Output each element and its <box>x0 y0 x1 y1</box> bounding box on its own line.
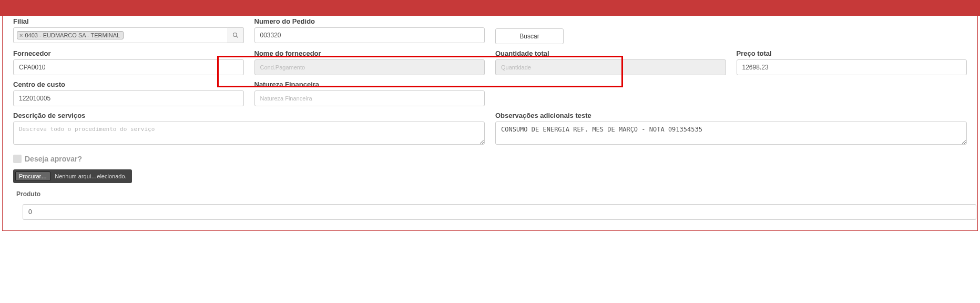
field-centro-custo: Centro de custo <box>13 80 244 106</box>
filial-remove-icon[interactable]: × <box>19 32 23 38</box>
field-filial: Filial × 0403 - EUDMARCO SA - TERMINAL <box>13 17 244 44</box>
spacer-row3b <box>737 80 967 106</box>
produto-input[interactable] <box>23 204 976 220</box>
top-bar <box>0 0 980 16</box>
preco-total-input[interactable] <box>737 59 967 75</box>
form-panel: Filial × 0403 - EUDMARCO SA - TERMINAL <box>2 16 978 231</box>
procurar-button[interactable]: Procurar… <box>15 171 50 181</box>
label-numero-pedido: Numero do Pedido <box>254 17 485 25</box>
filial-select[interactable]: × 0403 - EUDMARCO SA - TERMINAL <box>13 27 228 43</box>
numero-pedido-input[interactable] <box>254 27 485 43</box>
descricao-servicos-textarea[interactable] <box>13 122 485 145</box>
buscar-button[interactable]: Buscar <box>495 28 564 44</box>
field-natureza-financeira: Natureza Financeira <box>254 80 485 106</box>
field-quantidade-total: Quantidade total <box>495 49 726 75</box>
aprovar-row: Deseja aprovar? <box>13 155 967 163</box>
label-descricao-servicos: Descrição de serviços <box>13 112 485 119</box>
label-natureza-financeira: Natureza Financeira <box>254 80 485 88</box>
field-buscar: Buscar <box>495 17 726 44</box>
observacoes-textarea[interactable] <box>495 122 967 145</box>
label-centro-custo: Centro de custo <box>13 80 244 88</box>
produto-section: Produto <box>13 190 967 220</box>
field-fornecedor: Fornecedor <box>13 49 244 75</box>
field-numero-pedido: Numero do Pedido <box>254 17 485 44</box>
file-status-text: Nenhum arqui…elecionado. <box>55 173 129 179</box>
field-observacoes: Observações adicionais teste <box>495 112 967 146</box>
filial-tag[interactable]: × 0403 - EUDMARCO SA - TERMINAL <box>17 31 124 39</box>
field-nome-fornecedor: Nome do fornecedor <box>254 49 485 75</box>
label-preco-total: Preço total <box>737 49 967 57</box>
label-aprovar: Deseja aprovar? <box>25 155 82 163</box>
label-quantidade-total: Quantidade total <box>495 49 726 57</box>
spacer-row1 <box>737 17 967 44</box>
centro-custo-input[interactable] <box>13 90 244 106</box>
nome-fornecedor-input[interactable] <box>254 59 485 75</box>
fornecedor-input[interactable] <box>13 59 244 75</box>
search-icon <box>232 32 239 38</box>
label-nome-fornecedor: Nome do fornecedor <box>254 49 485 57</box>
filial-tag-text: 0403 - EUDMARCO SA - TERMINAL <box>25 32 120 38</box>
field-preco-total: Preço total <box>737 49 967 75</box>
field-descricao-servicos: Descrição de serviços <box>13 112 485 146</box>
spacer-row3a <box>495 80 726 106</box>
aprovar-checkbox[interactable] <box>13 155 22 163</box>
label-filial: Filial <box>13 17 244 25</box>
natureza-financeira-input[interactable] <box>254 90 485 106</box>
filial-search-button[interactable] <box>228 27 244 43</box>
file-upload-area: Procurar… Nenhum arqui…elecionado. <box>13 169 132 183</box>
label-produto: Produto <box>16 190 967 198</box>
label-observacoes: Observações adicionais teste <box>495 112 967 119</box>
label-fornecedor: Fornecedor <box>13 49 244 57</box>
quantidade-total-input[interactable] <box>495 59 726 75</box>
svg-point-0 <box>233 33 237 37</box>
svg-line-1 <box>237 36 238 38</box>
